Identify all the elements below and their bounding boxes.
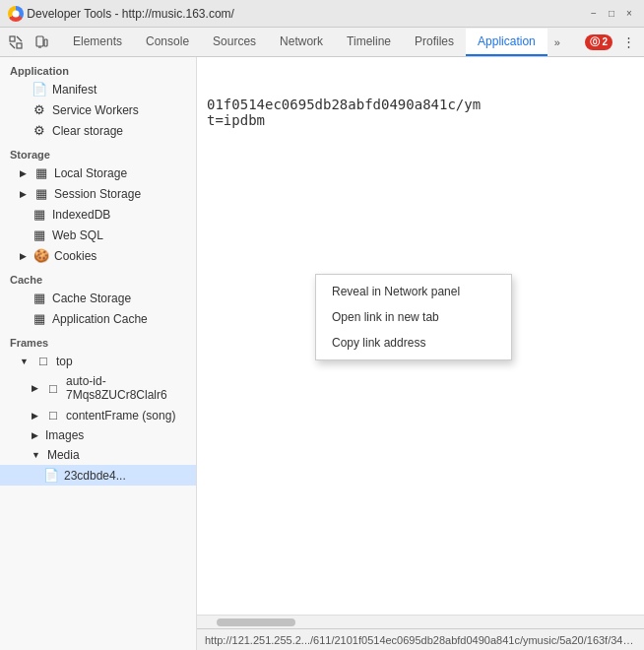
- svg-line-3: [17, 36, 22, 41]
- sidebar-item-media-sub[interactable]: 📄 23cdbde4...: [0, 465, 196, 486]
- status-url: http://121.251.255.2.../611/2101f0514ec0…: [197, 634, 644, 646]
- toolbar: Elements Console Sources Network Timelin…: [0, 28, 644, 57]
- arrow-cookies: ▶: [20, 251, 27, 261]
- svg-line-2: [10, 43, 15, 48]
- local-storage-icon: ▦: [33, 165, 49, 180]
- svg-rect-1: [17, 43, 22, 48]
- cache-storage-icon: ▦: [32, 291, 47, 305]
- device-button[interactable]: [30, 31, 53, 54]
- toolbar-right: ⓪ 2 ⋮: [585, 31, 640, 54]
- context-menu-item-open-tab[interactable]: Open link in new tab: [316, 304, 511, 330]
- sidebar-item-indexed-db[interactable]: ▦ IndexedDB: [0, 204, 196, 225]
- chrome-icon: [8, 6, 24, 22]
- url-text-2: t=ipdbm: [207, 112, 265, 128]
- sidebar-item-top[interactable]: ▼ □ top: [0, 351, 196, 371]
- svg-rect-0: [10, 36, 15, 41]
- tab-console[interactable]: Console: [134, 29, 201, 56]
- session-storage-icon: ▦: [33, 186, 49, 201]
- tab-elements[interactable]: Elements: [61, 29, 134, 56]
- title-bar-text: Developer Tools - http://music.163.com/: [27, 7, 587, 21]
- sidebar-item-service-workers[interactable]: ⚙ Service Workers: [0, 99, 196, 120]
- service-workers-icon: ⚙: [32, 102, 47, 117]
- sidebar: Application 📄 Manifest ⚙ Service Workers…: [0, 57, 197, 650]
- arrow-session-storage: ▶: [20, 189, 27, 199]
- tabs-container: Elements Console Sources Network Timelin…: [61, 28, 567, 56]
- sidebar-item-web-sql[interactable]: ▦ Web SQL: [0, 225, 196, 245]
- context-menu-item-copy-link[interactable]: Copy link address: [316, 330, 511, 356]
- arrow-top: ▼: [20, 357, 29, 366]
- arrow-auto-id: ▶: [32, 383, 38, 393]
- section-frames: Frames: [0, 329, 196, 351]
- section-application: Application: [0, 57, 196, 79]
- section-cache: Cache: [0, 266, 196, 288]
- toolbar-actions: [4, 31, 53, 54]
- clear-storage-icon: ⚙: [32, 123, 47, 138]
- sidebar-item-session-storage[interactable]: ▶ ▦ Session Storage: [0, 183, 196, 204]
- sidebar-item-images[interactable]: ▶ Images: [0, 425, 196, 445]
- manifest-icon: 📄: [32, 82, 47, 97]
- close-button[interactable]: ×: [622, 7, 636, 21]
- context-menu: Reveal in Network panel Open link in new…: [315, 274, 512, 360]
- sidebar-item-local-storage[interactable]: ▶ ▦ Local Storage: [0, 162, 196, 183]
- sidebar-item-cache-storage[interactable]: ▦ Cache Storage: [0, 288, 196, 308]
- sidebar-item-app-cache[interactable]: ▦ Application Cache: [0, 308, 196, 329]
- tab-timeline[interactable]: Timeline: [335, 29, 403, 56]
- cookies-icon: 🍪: [33, 248, 49, 263]
- media-file-icon: 📄: [43, 468, 59, 483]
- sidebar-item-clear-storage[interactable]: ⚙ Clear storage: [0, 120, 196, 141]
- auto-id-icon: □: [45, 381, 61, 396]
- sidebar-item-media[interactable]: ▼ Media: [0, 445, 196, 465]
- web-sql-icon: ▦: [32, 228, 47, 242]
- arrow-images: ▶: [32, 430, 38, 440]
- sidebar-item-manifest[interactable]: 📄 Manifest: [0, 79, 196, 99]
- sidebar-item-content-frame[interactable]: ▶ □ contentFrame (song): [0, 405, 196, 425]
- more-options-button[interactable]: ⋮: [616, 31, 640, 54]
- svg-rect-4: [36, 36, 43, 46]
- arrow-media: ▼: [32, 450, 40, 460]
- tab-application[interactable]: Application: [466, 29, 547, 56]
- tab-overflow-button[interactable]: »: [547, 29, 567, 56]
- context-menu-item-reveal-network[interactable]: Reveal in Network panel: [316, 279, 511, 304]
- tab-sources[interactable]: Sources: [201, 29, 268, 56]
- title-bar: Developer Tools - http://music.163.com/ …: [0, 0, 644, 28]
- sidebar-item-auto-id[interactable]: ▶ □ auto-id-7Mqs8ZUCr8Clalr6: [0, 371, 196, 405]
- main-layout: Application 📄 Manifest ⚙ Service Workers…: [0, 57, 644, 650]
- inspect-button[interactable]: [4, 31, 28, 54]
- arrow-local-storage: ▶: [20, 168, 27, 178]
- section-storage: Storage: [0, 141, 196, 162]
- error-badge: ⓪ 2: [585, 34, 612, 50]
- app-cache-icon: ▦: [32, 311, 47, 326]
- indexed-db-icon: ▦: [32, 207, 47, 222]
- tab-profiles[interactable]: Profiles: [403, 29, 466, 56]
- minimize-button[interactable]: −: [587, 7, 601, 21]
- content-frame-icon: □: [45, 408, 61, 422]
- url-display: 01f0514ec0695db28abfd0490a841c/ym t=ipdb…: [197, 57, 644, 138]
- scroll-thumb[interactable]: [217, 618, 295, 626]
- content-area: 01f0514ec0695db28abfd0490a841c/ym t=ipdb…: [197, 57, 644, 650]
- tab-network[interactable]: Network: [268, 29, 335, 56]
- url-text-1: 01f0514ec0695db28abfd0490a841c/ym: [207, 97, 481, 112]
- arrow-content-frame: ▶: [32, 411, 38, 421]
- sidebar-item-cookies[interactable]: ▶ 🍪 Cookies: [0, 245, 196, 266]
- title-bar-controls: − □ ×: [587, 7, 636, 21]
- top-frame-icon: □: [35, 354, 51, 368]
- svg-rect-5: [44, 39, 47, 46]
- status-bar: http://121.251.255.2.../611/2101f0514ec0…: [197, 628, 644, 650]
- horizontal-scrollbar[interactable]: [197, 615, 644, 628]
- maximize-button[interactable]: □: [605, 7, 618, 21]
